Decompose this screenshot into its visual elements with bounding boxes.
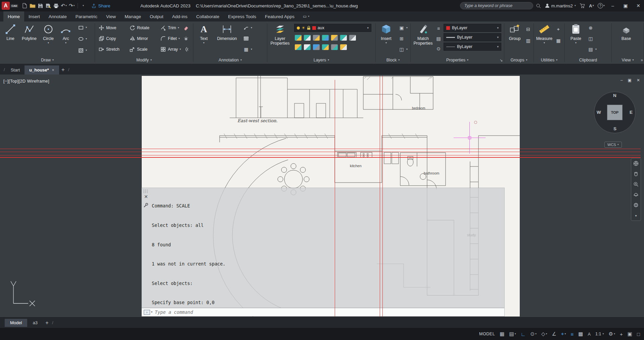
viewcube[interactable]: N W E S TOP [594, 92, 636, 133]
autodesk-access-icon[interactable]: A▾ [588, 1, 595, 10]
tab-addins[interactable]: Add-ins [168, 11, 192, 21]
viewcube-west[interactable]: W [597, 110, 601, 115]
layer-tool-icon[interactable] [331, 35, 338, 41]
group-button[interactable]: Group [506, 23, 524, 41]
polyline-button[interactable]: Polyline [19, 23, 39, 41]
steering-wheels-icon[interactable] [633, 202, 639, 208]
paste-button[interactable]: Paste ▾ [567, 23, 585, 44]
paste-special-button[interactable]: ▤▾ [588, 46, 597, 53]
layer-tool-icon[interactable] [304, 35, 311, 41]
file-tab-u-house[interactable]: u_house* × [25, 65, 59, 75]
file-tab-start[interactable]: Start [6, 65, 25, 75]
scale-button[interactable]: Scale [129, 46, 147, 53]
dimension-button[interactable]: Dimension [214, 23, 240, 41]
layer-tool-icon[interactable] [340, 35, 347, 41]
new-drawing-button[interactable]: + [59, 66, 67, 74]
copy-clip-button[interactable]: ◫ [588, 35, 594, 42]
undo-icon[interactable]: ↶▾ [60, 1, 68, 10]
viewport-restore-icon[interactable]: ▣ [628, 78, 632, 83]
tab-insert[interactable]: Insert [24, 11, 44, 21]
cart-icon[interactable] [579, 1, 586, 10]
object-color-select[interactable]: ByLayer ▾ [444, 24, 501, 32]
layer-tool-icon[interactable] [304, 44, 311, 50]
orbit-icon[interactable] [633, 191, 639, 198]
text-button[interactable]: A Text ▾ [195, 23, 212, 44]
navigation-wheel-icon[interactable] [633, 160, 639, 167]
save-icon[interactable] [37, 1, 44, 10]
wrench-icon[interactable] [143, 203, 148, 208]
search-icon[interactable] [535, 1, 542, 10]
match-properties-button[interactable]: Match Properties [411, 23, 435, 46]
panel-layers-label[interactable]: Layers▾ [267, 56, 375, 64]
tab-collaborate[interactable]: Collaborate [192, 11, 224, 21]
create-block-button[interactable]: ⊞ [399, 35, 405, 42]
ribbon-display-toggle[interactable]: ▭▾ [299, 11, 313, 21]
isodraft-icon[interactable]: ◇▾ [541, 331, 547, 337]
panel-view-label[interactable]: View▾ [612, 56, 644, 64]
linetype-select[interactable]: ByLayer ▾ [444, 43, 501, 51]
wcs-selector[interactable]: WCS▾ [604, 142, 622, 148]
tab-view[interactable]: View [102, 11, 120, 21]
close-button[interactable]: ✕ [633, 0, 644, 11]
search-input[interactable] [460, 2, 533, 9]
measure-button[interactable]: Measure ▾ [535, 23, 554, 44]
move-button[interactable]: Move [98, 24, 117, 32]
layer-tool-icon[interactable] [313, 44, 320, 50]
layer-tool-icon[interactable] [313, 35, 320, 41]
close-icon[interactable]: ✕ [144, 194, 148, 199]
command-line-window[interactable]: ✕ Command: SCALE Select objects: all 8 f… [142, 188, 504, 316]
properties-transparency-button[interactable]: ⊙ [435, 45, 442, 52]
layer-tool-icon[interactable] [322, 44, 329, 50]
layer-tool-icon[interactable] [322, 35, 329, 41]
minimize-button[interactable]: – [607, 0, 618, 11]
viewcube-south[interactable]: S [613, 126, 616, 131]
ortho-icon[interactable]: ∟ [521, 331, 526, 337]
layer-tool-icon[interactable] [340, 44, 347, 50]
fillet-button[interactable]: Fillet▾ [160, 35, 180, 42]
edit-attributes-button[interactable]: ▣▾ [399, 24, 408, 32]
open-folder-icon[interactable] [29, 1, 37, 10]
panel-groups-label[interactable]: Groups▾ [504, 56, 534, 64]
circle-button[interactable]: Circle ▾ [40, 23, 57, 44]
drawing-canvas[interactable]: East-west section. kitchen bathroom bedr… [0, 75, 644, 317]
insert-button[interactable]: Insert ▾ [376, 23, 396, 44]
properties-hatch-button[interactable]: ▤ [435, 35, 442, 42]
panel-utilities-label[interactable]: Utilities▾ [534, 56, 564, 64]
layer-tool-icon[interactable] [295, 35, 302, 41]
lineweight-select[interactable]: ByLayer ▾ [444, 33, 501, 41]
clean-screen-icon[interactable]: □ [637, 331, 640, 337]
autocad-logo[interactable]: A [2, 2, 10, 10]
viewport-minimize-icon[interactable]: – [620, 78, 623, 83]
new-layout-button[interactable]: + [43, 319, 51, 327]
tab-express-tools[interactable]: Express Tools [224, 11, 261, 21]
tab-manage[interactable]: Manage [120, 11, 145, 21]
lineweight-display-icon[interactable]: ≡ [570, 331, 573, 337]
properties-list-button[interactable]: ≡ [435, 25, 442, 32]
annotation-visibility-icon[interactable]: A [588, 332, 591, 337]
tab-annotate[interactable]: Annotate [44, 11, 71, 21]
command-line-icon[interactable]: ›▾ [144, 310, 152, 315]
model-space-badge[interactable]: MODEL [479, 332, 495, 336]
isolate-objects-icon[interactable]: ▣ [628, 331, 632, 337]
layer-tool-icon[interactable] [295, 44, 302, 50]
block-editor-button[interactable]: ◫▾ [399, 46, 408, 53]
id-point-button[interactable]: ⌖ [555, 26, 561, 33]
tab-home[interactable]: Home [3, 11, 24, 21]
array-button[interactable]: Array▾ [160, 46, 181, 53]
redo-icon[interactable]: ↷▾ [68, 1, 76, 10]
object-snap-tracking-icon[interactable]: ∠ [552, 331, 556, 337]
viewcube-east[interactable]: E [630, 110, 633, 115]
tab-output[interactable]: Output [145, 11, 168, 21]
panel-block-label[interactable]: Block▾ [376, 56, 410, 64]
panel-properties-label[interactable]: Properties▾ [411, 56, 504, 64]
annotation-more-button[interactable]: ▦▾ [243, 46, 252, 53]
rectangle-tool-button[interactable]: ▾ [78, 24, 87, 31]
layout-tab-model[interactable]: Model [5, 319, 27, 327]
ribbon-overflow-icon[interactable]: » [641, 58, 643, 62]
erase-button[interactable] [183, 24, 189, 32]
mirror-button[interactable]: Mirror [129, 35, 148, 42]
zoom-icon[interactable] [633, 181, 639, 188]
annotation-scale-control[interactable]: 1:1▾ [595, 332, 604, 336]
ungroup-button[interactable]: ⊟ [525, 26, 531, 33]
arc-button[interactable]: Arc ▾ [58, 23, 73, 44]
